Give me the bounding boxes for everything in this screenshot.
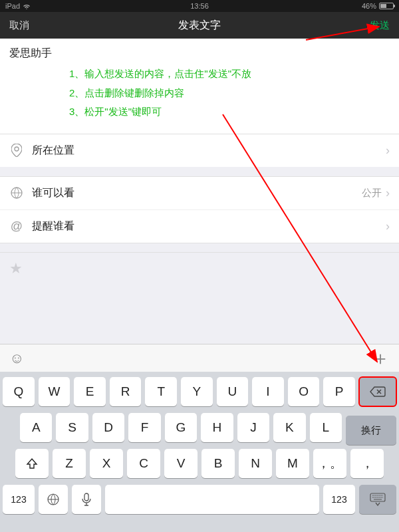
comma-key[interactable]: ， — [350, 449, 384, 478]
nav-bar: 取消 发表文字 发送 — [0, 12, 399, 39]
key-z[interactable]: Z — [53, 449, 86, 478]
instruction-line: 3、松开"发送"键即可 — [69, 102, 390, 122]
key-p[interactable]: P — [323, 377, 355, 406]
key-n[interactable]: N — [239, 449, 272, 478]
location-label: 所在位置 — [32, 144, 386, 158]
key-b[interactable]: B — [201, 449, 235, 478]
battery-icon — [379, 3, 394, 9]
instructions: 1、输入想发送的内容，点击住"发送"不放 2、点击删除键删除掉内容 3、松开"发… — [9, 65, 390, 122]
visibility-row[interactable]: 谁可以看 公开 › — [0, 176, 399, 209]
mention-row[interactable]: @ 提醒谁看 › — [0, 209, 399, 243]
wifi-icon — [23, 3, 31, 9]
key-f[interactable]: F — [128, 413, 160, 442]
key-h[interactable]: H — [201, 413, 233, 442]
status-bar: iPad 13:56 46% — [0, 0, 399, 12]
cancel-button[interactable]: 取消 — [9, 19, 29, 32]
key-k[interactable]: K — [273, 413, 305, 442]
visibility-label: 谁可以看 — [32, 186, 362, 200]
space-key[interactable] — [105, 485, 319, 514]
globe-icon — [9, 187, 24, 199]
key-w[interactable]: W — [39, 377, 70, 406]
key-c[interactable]: C — [127, 449, 160, 478]
key-l[interactable]: L — [310, 413, 342, 442]
mic-key[interactable] — [72, 485, 101, 514]
star-icon: ★ — [9, 260, 23, 277]
rating-row[interactable]: ★ — [0, 252, 399, 285]
key-a[interactable]: A — [20, 413, 52, 442]
at-icon: @ — [9, 219, 24, 233]
key-t[interactable]: T — [145, 377, 177, 406]
instruction-line: 1、输入想发送的内容，点击住"发送"不放 — [69, 65, 390, 84]
compose-text: 爱思助手 — [9, 47, 390, 61]
compose-toolbar: ☺ ＋ — [0, 344, 399, 372]
send-button[interactable]: 发送 — [370, 19, 390, 32]
chevron-right-icon: › — [386, 144, 390, 158]
dismiss-keyboard-key[interactable] — [359, 485, 396, 514]
compose-area[interactable]: 爱思助手 1、输入想发送的内容，点击住"发送"不放 2、点击删除键删除掉内容 3… — [0, 39, 399, 134]
key-j[interactable]: J — [237, 413, 269, 442]
key-i[interactable]: I — [252, 377, 284, 406]
instruction-line: 2、点击删除键删除掉内容 — [69, 84, 390, 103]
globe-key[interactable] — [39, 485, 68, 514]
device-label: iPad — [5, 2, 20, 10]
keyboard: QWERTYUIOP ASDFGHJKL ZXCVBNM ，。 ， 123 12… — [0, 372, 399, 532]
key-g[interactable]: G — [165, 413, 197, 442]
key-y[interactable]: Y — [181, 377, 213, 406]
battery-pct: 46% — [362, 2, 376, 10]
svg-rect-2 — [84, 493, 88, 501]
mention-label: 提醒谁看 — [32, 219, 386, 233]
punct-key[interactable]: ，。 — [313, 449, 346, 478]
key-s[interactable]: S — [56, 413, 88, 442]
emoji-icon[interactable]: ☺ — [9, 350, 24, 367]
location-row[interactable]: 所在位置 › — [0, 134, 399, 167]
key-x[interactable]: X — [90, 449, 123, 478]
chevron-right-icon: › — [386, 219, 390, 233]
plus-icon[interactable]: ＋ — [371, 346, 390, 371]
num-key-right[interactable]: 123 — [323, 485, 355, 514]
key-q[interactable]: Q — [3, 377, 35, 406]
num-key[interactable]: 123 — [3, 485, 35, 514]
chevron-right-icon: › — [386, 186, 390, 200]
key-u[interactable]: U — [217, 377, 249, 406]
backspace-key[interactable] — [359, 377, 396, 406]
key-o[interactable]: O — [288, 377, 320, 406]
return-key[interactable]: 换行 — [346, 416, 396, 445]
key-r[interactable]: R — [110, 377, 142, 406]
key-d[interactable]: D — [92, 413, 124, 442]
key-v[interactable]: V — [164, 449, 198, 478]
location-icon — [9, 144, 24, 157]
clock: 13:56 — [190, 2, 209, 10]
key-m[interactable]: M — [276, 449, 309, 478]
shift-key[interactable] — [15, 449, 49, 478]
visibility-value: 公开 — [362, 187, 382, 200]
page-title: 发表文字 — [178, 19, 221, 33]
key-e[interactable]: E — [74, 377, 106, 406]
